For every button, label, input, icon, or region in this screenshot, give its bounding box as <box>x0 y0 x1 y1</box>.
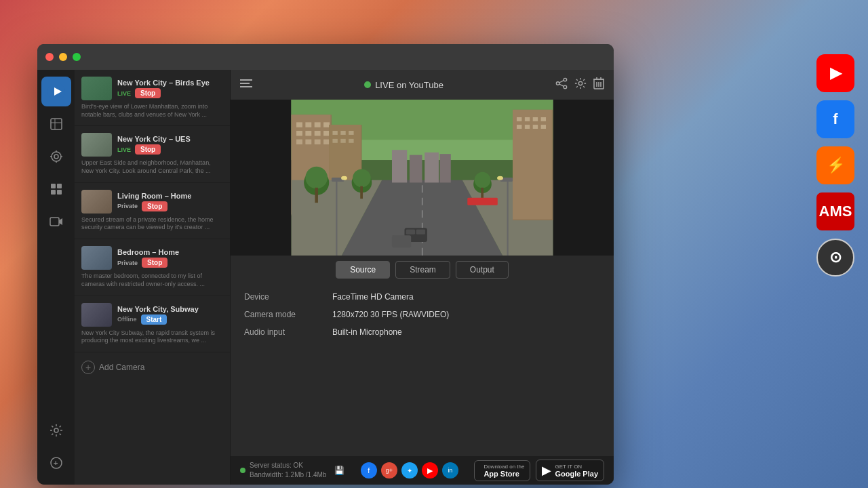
desktop-facebook-icon[interactable]: f <box>816 100 854 138</box>
camera-thumbnail <box>81 246 112 270</box>
tabs-bar: SourceStreamOutput <box>231 256 614 284</box>
audio-input-label: Audio input <box>244 327 326 337</box>
svg-rect-54 <box>340 131 345 135</box>
camera-description: New York City Subway, the rapid transit … <box>81 329 223 345</box>
live-indicator: LIVE on YouTube <box>364 80 443 90</box>
stop-button[interactable]: Stop <box>142 201 167 211</box>
svg-point-64 <box>305 167 328 189</box>
svg-rect-96 <box>392 150 407 182</box>
audio-input-row: Audio input Built-in Microphone <box>244 327 600 337</box>
add-camera-button[interactable]: +Add Camera <box>75 352 230 382</box>
social-linkedin-button[interactable]: in <box>442 462 458 479</box>
camera-description: The master bedroom, connected to my list… <box>81 272 223 288</box>
camera-status-badge: LIVE <box>117 146 131 153</box>
camera-item[interactable]: New York City, SubwayOfflineStartNew Yor… <box>75 296 230 352</box>
appstore-name: App Store <box>484 470 524 478</box>
svg-text:+: + <box>54 459 58 467</box>
menu-icon[interactable] <box>240 79 252 91</box>
svg-rect-98 <box>425 152 439 183</box>
tab-stream[interactable]: Stream <box>395 261 450 279</box>
svg-rect-81 <box>517 125 521 129</box>
svg-rect-43 <box>296 131 302 136</box>
camera-item[interactable]: Living Room – HomePrivateStopSecured str… <box>75 183 230 239</box>
camera-list: New York City – Birds EyeLIVEStopBird's-… <box>75 70 231 485</box>
start-button[interactable]: Start <box>141 314 167 325</box>
sidebar-item-settings[interactable] <box>41 415 71 445</box>
svg-rect-41 <box>315 122 321 127</box>
svg-rect-56 <box>332 139 337 143</box>
svg-rect-84 <box>541 125 546 129</box>
stop-button[interactable]: Stop <box>135 88 161 98</box>
close-button[interactable] <box>45 53 54 61</box>
server-status: Server status: OK Bandwidth: 1.2Mb /1.4M… <box>240 461 344 480</box>
googleplay-name: Google Play <box>555 470 598 478</box>
camera-description: Upper East Side and neighborhood, Manhat… <box>81 159 223 175</box>
camera-status-badge: Private <box>117 203 138 209</box>
maximize-button[interactable] <box>73 53 81 61</box>
social-icons: f g+ ✦ ▶ in <box>361 462 458 479</box>
svg-rect-99 <box>439 154 450 182</box>
tab-source[interactable]: Source <box>336 261 390 279</box>
social-googleplus-button[interactable]: g+ <box>381 462 397 479</box>
svg-rect-13 <box>50 218 59 226</box>
social-facebook-button[interactable]: f <box>361 462 377 479</box>
svg-rect-48 <box>305 140 311 144</box>
appstore-button[interactable]: Download on the App Store <box>474 460 530 481</box>
desktop-thunder-icon[interactable]: ⚡ <box>816 146 854 184</box>
store-buttons: Download on the App Store ▶ GET IT ON Go… <box>474 460 604 481</box>
sidebar-item-update[interactable]: + <box>41 448 71 478</box>
googleplay-text: GET IT ON Google Play <box>555 464 598 478</box>
svg-rect-50 <box>323 140 330 144</box>
stop-button[interactable]: Stop <box>135 144 161 155</box>
share-button[interactable] <box>555 77 568 93</box>
minimize-button[interactable] <box>59 53 67 61</box>
svg-point-3 <box>52 152 61 161</box>
camera-mode-label: Camera mode <box>244 310 326 319</box>
camera-thumbnail <box>81 190 112 214</box>
svg-rect-11 <box>51 190 56 195</box>
live-text: LIVE on YouTube <box>375 80 443 90</box>
sidebar-item-map[interactable] <box>41 109 71 139</box>
main-content: LIVE on YouTube <box>231 70 614 485</box>
svg-rect-97 <box>410 155 422 183</box>
sidebar-item-video[interactable] <box>41 207 71 237</box>
svg-rect-53 <box>332 131 337 135</box>
camera-name: New York City – Birds Eye <box>117 79 223 87</box>
sidebar-nav: + <box>37 70 75 485</box>
tab-output[interactable]: Output <box>456 261 509 279</box>
appstore-sub: Download on the <box>484 464 524 470</box>
camera-item[interactable]: Bedroom – HomePrivateStopThe master bedr… <box>75 239 230 296</box>
camera-description: Bird's-eye view of Lower Manhattan, zoom… <box>81 103 223 119</box>
sidebar-item-logo[interactable] <box>41 77 71 106</box>
svg-rect-65 <box>315 188 317 203</box>
appstore-text: Download on the App Store <box>484 464 524 478</box>
delete-button[interactable] <box>593 77 604 93</box>
camera-item[interactable]: New York City – UESLIVEStopUpper East Si… <box>75 126 230 182</box>
device-value: FaceTime HD Camera <box>332 292 414 302</box>
desktop-ams-icon[interactable]: AMS <box>816 192 854 230</box>
svg-point-23 <box>564 85 567 88</box>
svg-rect-40 <box>305 122 311 127</box>
camera-name: New York City – UES <box>117 135 223 143</box>
sidebar-item-grid[interactable] <box>41 174 71 204</box>
svg-rect-82 <box>525 125 530 129</box>
svg-rect-44 <box>305 131 311 136</box>
svg-rect-86 <box>406 229 415 234</box>
settings-button[interactable] <box>574 77 587 93</box>
camera-status-badge: Offline <box>117 316 137 323</box>
social-youtube-button[interactable]: ▶ <box>422 462 438 479</box>
stop-button[interactable]: Stop <box>142 258 167 268</box>
googleplay-button[interactable]: ▶ GET IT ON Google Play <box>536 460 604 481</box>
camera-name: Living Room – Home <box>117 192 223 200</box>
desktop-s5-icon[interactable]: ⊙ <box>816 239 854 277</box>
social-twitter-button[interactable]: ✦ <box>401 462 418 479</box>
svg-rect-42 <box>323 122 330 127</box>
status-bar: Server status: OK Bandwidth: 1.2Mb /1.4M… <box>231 456 614 485</box>
svg-rect-80 <box>541 117 546 121</box>
camera-item[interactable]: New York City – Birds EyeLIVEStopBird's-… <box>75 70 230 126</box>
desktop-youtube-icon[interactable]: ▶ <box>816 54 854 92</box>
svg-point-21 <box>564 78 567 81</box>
camera-thumbnail <box>81 77 112 100</box>
sidebar-item-target[interactable] <box>41 142 71 171</box>
main-window: + New York City – Birds EyeLIVEStopBird'… <box>37 44 614 485</box>
